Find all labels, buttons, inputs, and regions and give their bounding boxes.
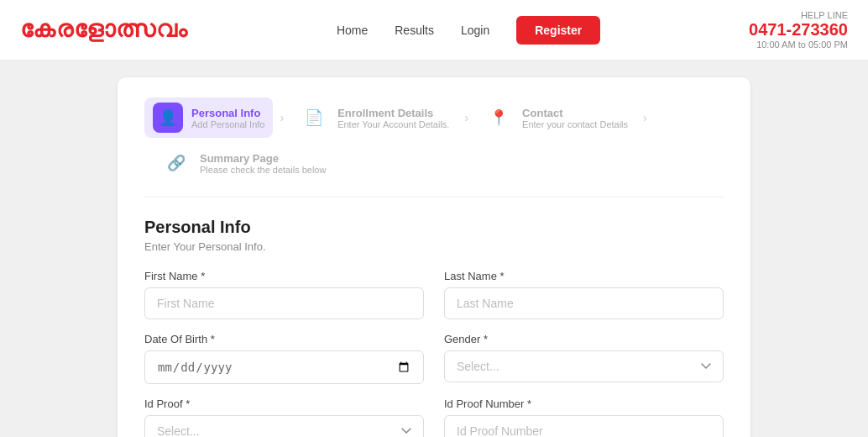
step-personal-info[interactable]: 👤 Personal Info Add Personal Info xyxy=(144,97,273,138)
logo: കേരളോത്സവം xyxy=(20,16,188,44)
dob-group: Date Of Birth * xyxy=(144,333,424,384)
dob-input[interactable] xyxy=(144,350,424,384)
first-name-label: First Name * xyxy=(144,270,424,282)
id-proof-number-input[interactable] xyxy=(444,415,724,437)
arrow-2: › xyxy=(464,111,468,124)
id-proof-select[interactable]: Select... Aadhaar Card PAN Card Passport xyxy=(144,415,424,437)
nav-results[interactable]: Results xyxy=(395,24,434,37)
step-summary[interactable]: 🔗 Summary Page Please check the details … xyxy=(144,138,724,183)
step-enrollment-title: Enrollment Details xyxy=(337,107,449,119)
step-contact-subtitle: Enter your contact Details xyxy=(522,119,628,129)
header: കേരളോത്സവം Home Results Login Register H… xyxy=(0,0,868,61)
id-proof-number-label: Id Proof Number * xyxy=(444,398,724,410)
form-section-title: Personal Info xyxy=(144,218,724,237)
form-card: 👤 Personal Info Add Personal Info › 📄 xyxy=(118,77,750,437)
name-row: First Name * Last Name * xyxy=(144,270,724,319)
id-proof-group: Id Proof * Select... Aadhaar Card PAN Ca… xyxy=(144,398,424,437)
step-enrollment-subtitle: Enter Your Account Details. xyxy=(337,119,449,129)
dob-gender-row: Date Of Birth * Gender * Select... Male … xyxy=(144,333,724,384)
link-icon: 🔗 xyxy=(167,154,186,172)
id-proof-label: Id Proof * xyxy=(144,398,424,410)
helpline-hours: 10:00 AM to 05:00 PM xyxy=(749,39,848,50)
main-content: 👤 Personal Info Add Personal Info › 📄 xyxy=(0,61,868,437)
id-proof-row: Id Proof * Select... Aadhaar Card PAN Ca… xyxy=(144,398,724,437)
nav-home[interactable]: Home xyxy=(337,24,368,37)
id-proof-number-group: Id Proof Number * xyxy=(444,398,724,437)
form-section: Personal Info Enter Your Personal Info. … xyxy=(144,218,724,437)
stepper: 👤 Personal Info Add Personal Info › 📄 xyxy=(144,97,724,197)
first-name-input[interactable] xyxy=(144,287,424,319)
register-button[interactable]: Register xyxy=(516,16,600,45)
last-name-input[interactable] xyxy=(444,287,724,319)
last-name-group: Last Name * xyxy=(444,270,724,319)
helpline-label: HELP LINE xyxy=(749,10,848,20)
step-contact-icon-box: 📍 xyxy=(484,103,514,133)
step-summary-icon-box: 🔗 xyxy=(161,148,191,178)
gender-label: Gender * xyxy=(444,333,724,345)
gender-group: Gender * Select... Male Female Other xyxy=(444,333,724,384)
location-icon: 📍 xyxy=(489,108,508,127)
document-icon: 📄 xyxy=(305,108,323,127)
arrow-3: › xyxy=(643,111,647,124)
step-personal-info-title: Personal Info xyxy=(191,107,264,119)
helpline-number: 0471-273360 xyxy=(749,20,848,39)
first-name-group: First Name * xyxy=(144,270,424,319)
step-summary-title: Summary Page xyxy=(200,152,326,165)
form-section-subtitle: Enter Your Personal Info. xyxy=(144,240,724,253)
step-contact-title: Contact xyxy=(522,107,628,119)
dob-label: Date Of Birth * xyxy=(144,333,424,345)
step-personal-info-icon-box: 👤 xyxy=(153,103,183,133)
gender-select[interactable]: Select... Male Female Other xyxy=(444,350,724,382)
nav: Home Results Login Register xyxy=(337,16,600,45)
nav-login[interactable]: Login xyxy=(461,24,489,37)
step-summary-subtitle: Please check the details below xyxy=(200,165,326,175)
step-enrollment-icon-box: 📄 xyxy=(299,103,329,133)
arrow-1: › xyxy=(280,111,284,124)
step-contact[interactable]: 📍 Contact Enter your contact Details xyxy=(475,97,636,138)
step-personal-info-subtitle: Add Personal Info xyxy=(191,119,264,129)
step-enrollment[interactable]: 📄 Enrollment Details Enter Your Account … xyxy=(290,97,458,138)
last-name-label: Last Name * xyxy=(444,270,724,282)
helpline: HELP LINE 0471-273360 10:00 AM to 05:00 … xyxy=(749,10,848,50)
person-icon: 👤 xyxy=(159,108,177,127)
